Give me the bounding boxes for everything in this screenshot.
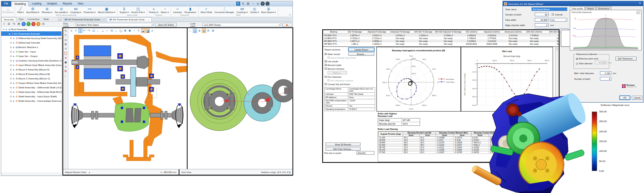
layers[interactable]: ≡ (65, 47, 66, 50)
hotspot[interactable]: ● (65, 65, 66, 68)
rib-load-chart[interactable]: Rib LoadElement Angle (deg)Rib Load Forc… (461, 47, 553, 112)
ribbon-button-position[interactable]: ⌖Position ▾ (148, 7, 160, 13)
power-flow[interactable]: ⋔ (197, 29, 201, 33)
update-report-button[interactable]: Update Report (348, 48, 374, 51)
expander-icon[interactable]: ⊟ (5, 33, 8, 35)
panel-tab-type[interactable]: Type (16, 17, 26, 21)
ribbon-button-lubricant[interactable]: ≈Lubricant (172, 7, 183, 13)
axis-z[interactable]: Z (78, 29, 82, 33)
recent-icon[interactable]: ◔ (251, 2, 255, 6)
sync-blue-icon[interactable]: ↻ (22, 22, 26, 26)
ribbon-button-mount-shaft[interactable]: ⊦Mount Shaft (199, 7, 213, 13)
doc-tab-close-icon[interactable]: x (148, 18, 149, 21)
face-width-input[interactable]: 22.500 (535, 18, 549, 22)
table-row[interactable]: RR BRG PTU1.88e-21.9293e-2Not readyNot r… (323, 42, 559, 45)
annotate[interactable]: ✎ (137, 29, 141, 33)
expander-icon[interactable]: ⊟ (2, 28, 5, 31)
filter-icon[interactable]: % (12, 22, 16, 26)
expander-icon[interactable]: ⊞ (9, 59, 12, 62)
angle-dial[interactable]: ◔ (132, 29, 136, 33)
ruler[interactable]: ▭ (64, 38, 67, 42)
target[interactable]: ◎ (193, 29, 197, 33)
list-icon[interactable]: ▥ (246, 2, 250, 6)
corner-bottom-left[interactable]: ∟ (96, 29, 100, 33)
checkbox-element-loads[interactable]: ✓Element loads (323, 63, 376, 67)
doc-icon[interactable]: ▤ (41, 22, 45, 26)
table-row[interactable]: LH BRG PTU5.7203e-35.7231e-3Not readyNot… (323, 37, 559, 39)
expander-icon[interactable]: ⊞ (9, 50, 12, 53)
tooth-profile-plot[interactable]: Tooth profile (transverse) Tip Ref Base … (570, 10, 642, 50)
panel-tab-data[interactable]: Data (42, 17, 51, 21)
tree-item[interactable]: ⊞◈⚙Shaft Assembly - Differential Shaft R… (1, 90, 62, 94)
gear-pair[interactable]: ⚙ (202, 29, 206, 33)
ribbon-button-shaft[interactable]: ╱Shaft ▾ (16, 7, 25, 13)
tree-item[interactable]: ⊞◈◍Gearbox Housing Assembly [Gearbox Hou… (1, 58, 62, 63)
face-width-unit-select[interactable]: mm∨ (550, 18, 567, 22)
span-teeth-input[interactable]: 6 (600, 77, 611, 81)
sync-orange-icon[interactable]: ↻ (36, 22, 40, 26)
tree-item[interactable]: ⊞◈⊕Mount A Assembly [Mount A] (1, 67, 62, 72)
sync-green-icon[interactable]: ↻ (27, 22, 31, 26)
node-tool[interactable]: ◉ (64, 61, 67, 64)
ribbon-collapse-icon[interactable]: ∧ (289, 13, 291, 16)
ribbon-button-couplings[interactable]: ⋈Couplings ▾ (69, 7, 82, 13)
report-icon[interactable]: ▤ (17, 22, 21, 26)
table-row[interactable]: FR BRG PTU2.8575e-33.5407e-33.9781e-31.2… (323, 34, 559, 37)
checkbox-report-flexible-ring-results[interactable]: Report flexible ring results (323, 56, 376, 59)
tree-item[interactable]: ⊞◈⚙Gear Set - Input (1, 49, 62, 54)
gear-mesh[interactable]: ⚙ (211, 29, 215, 33)
axis-corner[interactable]: ∟ (64, 74, 67, 77)
ribbon-button-spur-helical[interactable]: ⚙Spur/Helical ▾ (25, 7, 40, 13)
load-case-select[interactable]: LC1 25% Torque∨ (202, 23, 281, 26)
ok-button[interactable]: OK (620, 96, 630, 100)
half-section[interactable]: ◨ (146, 29, 150, 33)
ribbon-button-more-options[interactable]: ≣More Options ▾ (260, 7, 277, 13)
expander-icon[interactable]: ⊞ (9, 77, 12, 80)
ribbon-tab-file[interactable]: File (1, 1, 11, 7)
other-diameter-radio[interactable] (576, 63, 578, 65)
ribbon-tab-analysis[interactable]: Analysis (44, 1, 60, 7)
datum-axes[interactable]: ∟ (188, 29, 193, 33)
checkbox-film-thickness[interactable]: Film thickness (323, 75, 376, 79)
aligned-section-viewport[interactable] (69, 33, 187, 169)
fit-icon[interactable]: ⊞ (7, 22, 11, 26)
ribbon-button-powertrain[interactable]: ⊶Powertrain ▾ (82, 7, 97, 13)
hatch[interactable]: Ⅲ (65, 43, 67, 46)
edit-chart-settings-button[interactable]: Edit Chart Settings... (325, 147, 361, 151)
rotate-section[interactable]: ⟲ (110, 29, 114, 33)
ribbon-button-couplings[interactable]: ⋈Couplings ▾ (235, 7, 249, 13)
plot-menu-icon[interactable]: ▾ (637, 12, 638, 14)
panel-close-icon[interactable]: ✕ (58, 18, 62, 21)
rotate-view[interactable]: ⟳ (206, 29, 210, 33)
open-dc-editor-button[interactable]: Open DC Editor ... (155, 23, 177, 27)
checkbox-static-results[interactable]: ✓Static results (323, 52, 376, 56)
ribbon-button-electric-machine[interactable]: ▣Electric Machine ▾ (97, 7, 116, 13)
sync-red-icon[interactable]: ↻ (31, 22, 35, 26)
spin[interactable]: ✱ (128, 29, 132, 33)
measure[interactable]: ↔ (114, 29, 118, 33)
expander-icon[interactable]: ⊞ (9, 42, 12, 44)
expander-icon[interactable]: ⊞ (9, 68, 12, 71)
ribbon-tab-view[interactable]: View (75, 1, 86, 7)
duty-cycle-select[interactable]: Excitation Test Cases∨ (75, 23, 154, 26)
tree-item[interactable]: ⊞◈⚙Output Wheel Gear Blank Assembly [Out… (1, 81, 62, 85)
ribbon-button-checks[interactable]: ◎Checks ▾ (249, 7, 260, 13)
internal-checkbox[interactable] (552, 13, 554, 15)
ribbon-button-generic-part[interactable]: ◳Generic Part ▾ (130, 7, 146, 13)
expander-icon[interactable]: ⊞ (9, 73, 12, 75)
ribbon-tab-reports[interactable]: Reports (60, 1, 75, 7)
sketch[interactable]: ✎ (64, 34, 67, 37)
tree-item[interactable]: ⊞◈⚙Shaft Assembly - Intermediate [Interm… (1, 99, 62, 103)
dialog-title-bar[interactable]: Geometry for 3rd Speed Wheel ✕ (503, 1, 643, 6)
gear-tool[interactable]: ⚙ (64, 70, 67, 73)
expander-icon[interactable]: ⊞ (9, 64, 12, 66)
gear-name-input[interactable]: 3rd Speed Wheel (531, 7, 567, 11)
align-center[interactable]: ⊥ (101, 29, 105, 33)
expander-icon[interactable]: ⊞ (9, 100, 12, 102)
show-3d-results-button[interactable]: Show 3D Results (325, 143, 361, 146)
ribbon-button-temperature[interactable]: ▮Temperature (183, 7, 197, 13)
view-menu[interactable]: ≡ (150, 29, 154, 33)
cancel-button[interactable]: Cancel (632, 96, 642, 100)
axis-y[interactable]: Y (74, 29, 78, 33)
other-diameter-input[interactable]: 67.548 (595, 61, 607, 64)
